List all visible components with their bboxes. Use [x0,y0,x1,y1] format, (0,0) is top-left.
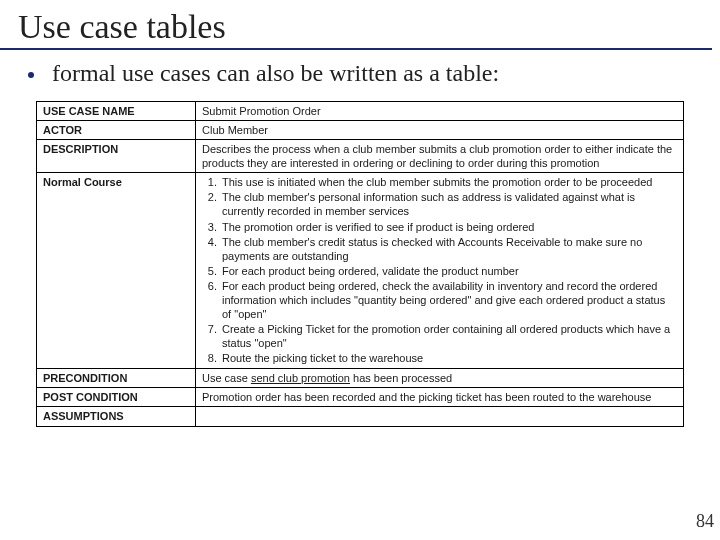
page-number: 84 [696,511,714,532]
label-precondition: PRECONDITION [37,369,196,388]
subtitle-row: formal use cases can also be written as … [0,50,720,87]
list-item: For each product being ordered, check th… [220,279,677,321]
label-use-case-name: USE CASE NAME [37,102,196,121]
use-case-table: USE CASE NAME Submit Promotion Order ACT… [36,101,684,427]
label-description: DESCRIPTION [37,140,196,173]
list-item: For each product being ordered, validate… [220,264,677,278]
list-item: The club member's credit status is check… [220,235,677,263]
list-item: Create a Picking Ticket for the promotio… [220,322,677,350]
subtitle-text: formal use cases can also be written as … [52,60,499,87]
table-row: PRECONDITION Use case send club promotio… [37,369,684,388]
value-assumptions [196,407,684,426]
label-actor: ACTOR [37,121,196,140]
table-row: DESCRIPTION Describes the process when a… [37,140,684,173]
list-item: This use is initiated when the club memb… [220,175,677,189]
table-row: Normal Course This use is initiated when… [37,173,684,369]
precondition-underlined: send club promotion [251,372,350,384]
value-actor: Club Member [196,121,684,140]
precondition-prefix: Use case [202,372,251,384]
value-description: Describes the process when a club member… [196,140,684,173]
table-row: ASSUMPTIONS [37,407,684,426]
slide: Use case tables formal use cases can als… [0,0,720,540]
label-assumptions: ASSUMPTIONS [37,407,196,426]
normal-course-list: This use is initiated when the club memb… [202,175,677,365]
value-use-case-name: Submit Promotion Order [196,102,684,121]
table-wrapper: USE CASE NAME Submit Promotion Order ACT… [0,87,720,427]
value-normal-course: This use is initiated when the club memb… [196,173,684,369]
list-item: Route the picking ticket to the warehous… [220,351,677,365]
table-row: POST CONDITION Promotion order has been … [37,388,684,407]
list-item: The club member's personal information s… [220,190,677,218]
precondition-suffix: has been processed [350,372,452,384]
value-postcondition: Promotion order has been recorded and th… [196,388,684,407]
bullet-icon [28,72,34,78]
value-precondition: Use case send club promotion has been pr… [196,369,684,388]
slide-title: Use case tables [0,0,712,50]
list-item: The promotion order is verified to see i… [220,220,677,234]
label-postcondition: POST CONDITION [37,388,196,407]
table-row: ACTOR Club Member [37,121,684,140]
table-row: USE CASE NAME Submit Promotion Order [37,102,684,121]
label-normal-course: Normal Course [37,173,196,369]
